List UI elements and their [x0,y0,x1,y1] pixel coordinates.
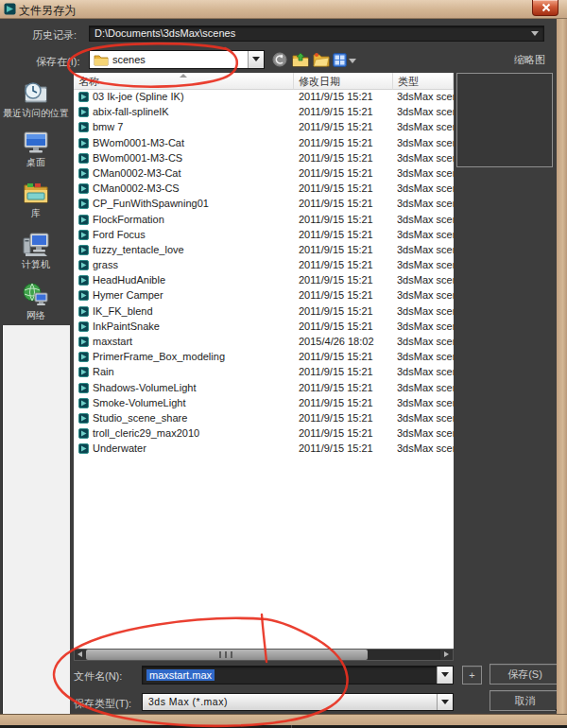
dialog-titlebar[interactable]: 文件另存为 [0,0,567,19]
max-file-icon [78,352,89,362]
file-date-modified: 2011/9/15 15:21 [299,121,373,132]
file-type: 3dsMax scen [397,121,454,132]
scrollbar-thumb[interactable] [86,650,368,660]
file-date-modified: 2011/9/15 15:21 [299,259,373,270]
file-row[interactable]: Ford Focus 2011/9/15 15:21 3dsMax scen [74,228,454,243]
scroll-right-button[interactable] [440,650,453,660]
file-name: Studio_scene_share [93,412,187,424]
file-row[interactable]: troll_cleric29_max2010 2011/9/15 15:21 3… [74,426,454,442]
file-row[interactable]: Studio_scene_share 2011/9/15 15:21 3dsMa… [74,411,454,426]
cancel-button[interactable]: 取消 [490,690,560,711]
history-dropdown[interactable]: D:\Documents\3dsMax\scenes [89,26,544,42]
max-file-icon [78,306,89,317]
file-row[interactable]: BWom0001-M3-Cat 2011/9/15 15:21 3dsMax s… [74,136,454,151]
file-date-modified: 2011/9/15 15:21 [299,321,373,332]
file-type: 3dsMax scen [397,167,454,179]
file-date-modified: 2015/4/26 18:02 [299,336,374,347]
savetype-arrow-button[interactable] [437,694,453,710]
file-row[interactable]: grass 2011/9/15 15:21 3dsMax scen [74,258,454,273]
file-name: BWom0001-M3-Cat [93,137,184,148]
file-row[interactable]: fuzzy_tentacle_love 2011/9/15 15:21 3dsM… [74,243,454,258]
max-file-icon [78,337,89,347]
file-row[interactable]: Smoke-VolumeLight 2011/9/15 15:21 3dsMax… [74,396,454,411]
file-type: 3dsMax scen [397,412,454,424]
file-type: 3dsMax scen [397,259,454,270]
file-row[interactable]: Shadows-VolumeLight 2011/9/15 15:21 3dsM… [74,381,454,396]
max-file-icon [78,230,89,240]
filename-input[interactable]: maxstart.max [142,666,454,685]
sidebar-item-desktop[interactable]: 桌面 [0,130,72,169]
save-button[interactable]: 保存(S) [490,664,560,685]
file-row[interactable]: HeadHudAnible 2011/9/15 15:21 3dsMax sce… [74,273,454,288]
file-type: 3dsMax scen [397,137,454,148]
file-row[interactable]: maxstart 2015/4/26 18:02 3dsMax scen [74,335,454,350]
file-row[interactable]: CP_FunWithSpawning01 2011/9/15 15:21 3ds… [74,197,454,212]
triangle-right-icon [444,651,449,657]
sidebar-item-label: 库 [0,207,72,220]
file-row[interactable]: IK_FK_blend 2011/9/15 15:21 3dsMax scen [74,304,454,320]
column-header-type[interactable]: 类型 [393,73,454,90]
file-name: CP_FunWithSpawning01 [93,198,209,209]
file-rows: 03 Ik-joe (Spline IK) 2011/9/15 15:21 3d… [74,90,454,458]
recent-places-icon [22,79,50,106]
view-menu-icon[interactable] [333,53,347,67]
desktop-icon [22,130,50,155]
file-row[interactable]: abix-fall-splineIK 2011/9/15 15:21 3dsMa… [74,105,454,120]
file-type: 3dsMax scen [397,351,454,362]
file-date-modified: 2011/9/15 15:21 [299,397,373,408]
file-row[interactable]: FlockFormation 2011/9/15 15:21 3dsMax sc… [74,213,454,228]
file-name: troll_cleric29_max2010 [93,427,199,439]
file-name: IK_FK_blend [93,305,153,317]
back-to-last-folder-icon[interactable] [272,52,287,67]
horizontal-scrollbar[interactable] [74,649,454,661]
sidebar-item-computer[interactable]: 计算机 [0,231,72,271]
file-row[interactable]: InkPaintSnake 2011/9/15 15:21 3dsMax sce… [74,320,454,335]
sidebar-item-libraries[interactable]: 库 [0,180,72,220]
column-header-date-modified[interactable]: 修改日期 [294,73,393,90]
file-date-modified: 2011/9/15 15:21 [299,366,373,377]
save-in-arrow-button[interactable] [248,51,264,68]
max-file-icon [78,275,89,286]
filename-value-selected: maxstart.max [146,669,215,681]
file-date-modified: 2011/9/15 15:21 [299,152,373,164]
view-menu-caret-icon[interactable] [349,59,356,63]
savetype-dropdown[interactable]: 3ds Max (*.max) [142,693,454,711]
file-type: 3dsMax scen [397,91,454,102]
max-file-icon [78,245,89,255]
chevron-down-icon [441,700,449,704]
chevron-down-icon [441,672,449,677]
file-row[interactable]: Rain 2011/9/15 15:21 3dsMax scen [74,365,454,380]
column-header-name[interactable]: 名称 [74,73,294,90]
max-file-icon [78,367,89,377]
sidebar-item-label: 最近访问的位置 [0,107,72,120]
file-date-modified: 2011/9/15 15:21 [299,167,373,179]
file-date-modified: 2011/9/15 15:21 [299,351,373,362]
file-name: InkPaintSnake [93,321,160,332]
file-type: 3dsMax scen [397,289,454,301]
history-label: 历史记录: [32,28,77,43]
sidebar-item-network[interactable]: 网络 [0,282,72,322]
file-row[interactable]: bmw 7 2011/9/15 15:21 3dsMax scen [74,120,454,135]
file-row[interactable]: 03 Ik-joe (Spline IK) 2011/9/15 15:21 3d… [74,90,454,105]
file-date-modified: 2011/9/15 15:21 [299,382,373,393]
file-row[interactable]: BWom0001-M3-CS 2011/9/15 15:21 3dsMax sc… [74,151,454,166]
filename-arrow-button[interactable] [437,667,453,684]
file-row[interactable]: CMan0002-M3-Cat 2011/9/15 15:21 3dsMax s… [74,166,454,182]
file-date-modified: 2011/9/15 15:21 [299,214,373,225]
create-new-folder-icon[interactable] [313,52,330,67]
up-one-level-icon[interactable] [292,52,309,67]
file-name: PrimerFrame_Box_modeling [93,351,225,362]
max-file-icon [78,413,89,424]
max-file-icon [78,122,89,132]
file-row[interactable]: PrimerFrame_Box_modeling 2011/9/15 15:21… [74,350,454,365]
computer-icon [22,231,50,257]
close-button[interactable] [532,0,558,16]
file-row[interactable]: Underwater 2011/9/15 15:21 3dsMax scen [74,442,454,457]
save-in-dropdown[interactable]: scenes [89,50,265,69]
file-type: 3dsMax scen [397,321,454,332]
file-row[interactable]: CMan0002-M3-CS 2011/9/15 15:21 3dsMax sc… [74,182,454,197]
file-row[interactable]: Hymer Camper 2011/9/15 15:21 3dsMax scen [74,288,454,303]
file-type: 3dsMax scen [397,229,454,240]
sidebar-item-recent-places[interactable]: 最近访问的位置 [0,79,72,120]
plus-button[interactable]: + [462,666,482,685]
